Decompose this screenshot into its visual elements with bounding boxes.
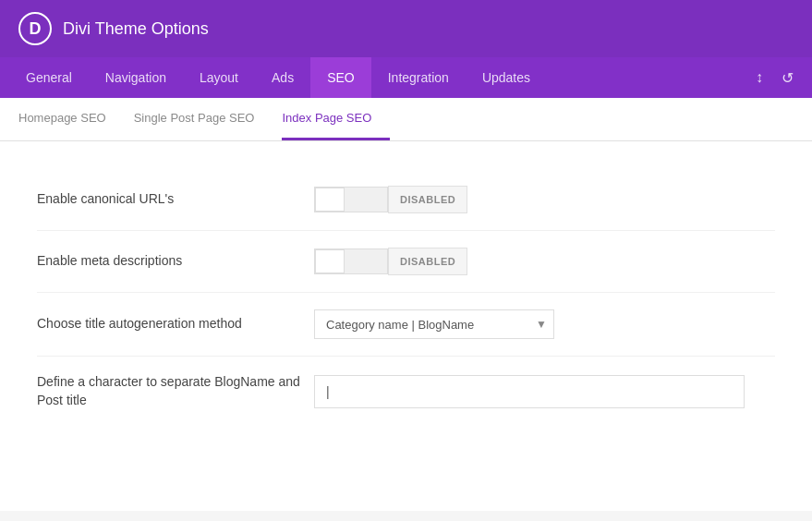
tab-updates[interactable]: Updates [466, 57, 547, 98]
meta-descriptions-thumb [315, 249, 345, 273]
sub-tab-single-post-seo[interactable]: Single Post Page SEO [134, 98, 273, 140]
app-title: Divi Theme Options [63, 19, 209, 39]
meta-descriptions-control: DISABLED [314, 248, 467, 275]
title-autogeneration-row: Choose title autogeneration method Categ… [37, 293, 775, 357]
settings-content: Enable canonical URL's DISABLED Enable m… [0, 141, 812, 511]
main-nav: General Navigation Layout Ads SEO Integr… [0, 57, 812, 98]
divi-logo: D [18, 12, 52, 45]
canonical-urls-thumb [315, 188, 345, 212]
header: D Divi Theme Options [0, 0, 812, 57]
canonical-urls-toggle[interactable] [314, 187, 388, 212]
canonical-urls-label: Enable canonical URL's [37, 190, 314, 209]
separator-char-label: Define a character to separate BlogName … [37, 373, 314, 409]
canonical-urls-row: Enable canonical URL's DISABLED [37, 169, 775, 231]
title-autogeneration-control: Category name | BlogName BlogName | Cate… [314, 309, 554, 339]
separator-char-row: Define a character to separate BlogName … [37, 357, 775, 426]
tab-integration[interactable]: Integration [371, 57, 466, 98]
separator-char-input[interactable] [314, 375, 745, 408]
meta-descriptions-label: Enable meta descriptions [37, 252, 314, 271]
tab-seo[interactable]: SEO [310, 57, 371, 98]
sub-tab-homepage-seo[interactable]: Homepage SEO [18, 98, 125, 140]
tab-general[interactable]: General [9, 57, 89, 98]
sub-tab-index-page-seo[interactable]: Index Page SEO [282, 98, 390, 140]
tab-layout[interactable]: Layout [183, 57, 255, 98]
tab-navigation[interactable]: Navigation [89, 57, 183, 98]
meta-descriptions-toggle[interactable] [314, 248, 388, 274]
sub-nav: Homepage SEO Single Post Page SEO Index … [0, 98, 812, 141]
title-autogeneration-select-wrapper: Category name | BlogName BlogName | Cate… [314, 309, 554, 339]
reset-icon[interactable]: ↺ [772, 57, 803, 98]
canonical-urls-status: DISABLED [388, 186, 467, 213]
tab-ads[interactable]: Ads [255, 57, 310, 98]
meta-descriptions-row: Enable meta descriptions DISABLED [37, 231, 775, 293]
title-autogeneration-select[interactable]: Category name | BlogName BlogName | Cate… [314, 309, 554, 339]
sort-icon[interactable]: ↕ [746, 57, 772, 98]
meta-descriptions-status: DISABLED [388, 248, 467, 275]
canonical-urls-control: DISABLED [314, 186, 467, 213]
separator-char-control [314, 375, 745, 408]
title-autogeneration-label: Choose title autogeneration method [37, 315, 314, 333]
